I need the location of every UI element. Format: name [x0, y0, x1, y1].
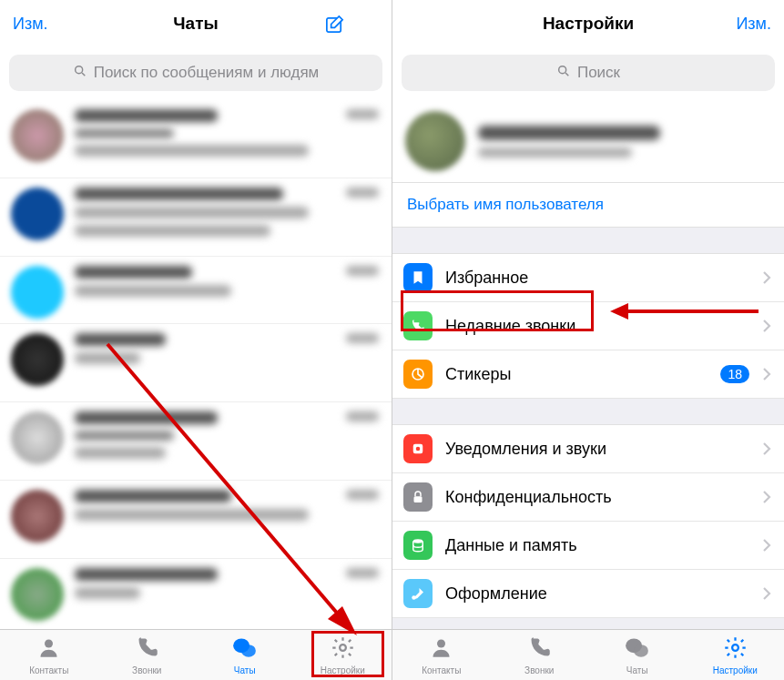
tab-settings[interactable]: Настройки [687, 630, 785, 680]
profile-phone [478, 147, 632, 157]
tab-bar: Контакты Звонки Чаты Настройки [0, 629, 392, 680]
tab-calls[interactable]: Звонки [491, 630, 589, 680]
avatar [11, 188, 64, 240]
svg-point-12 [412, 595, 416, 600]
avatar [11, 333, 64, 386]
compose-icon [324, 14, 379, 35]
phone-icon [135, 635, 159, 664]
bookmark-icon [403, 263, 433, 292]
svg-point-11 [413, 539, 423, 543]
chevron-right-icon [762, 586, 771, 601]
tab-bar: Контакты Звонки Чаты Настройки [392, 629, 784, 680]
tab-calls[interactable]: Звонки [98, 630, 197, 680]
chats-screen: Изм. Чаты Поиск по сообщениям и люд [0, 0, 392, 680]
cell-notifications[interactable]: Уведомления и звуки [392, 424, 784, 473]
tab-settings[interactable]: Настройки [294, 630, 392, 680]
avatar [11, 568, 64, 621]
avatar [11, 109, 64, 162]
tab-chats[interactable]: Чаты [196, 630, 294, 680]
chat-row[interactable] [0, 257, 392, 324]
contacts-icon [36, 635, 61, 664]
chat-row[interactable] [0, 178, 392, 257]
cell-label: Конфиденциальность [445, 488, 749, 507]
sticker-icon [403, 360, 433, 389]
brush-icon [403, 579, 433, 608]
phone-icon [527, 635, 552, 664]
svg-point-16 [732, 644, 738, 651]
tab-label: Звонки [524, 665, 554, 675]
chat-row[interactable] [0, 100, 392, 178]
badge: 18 [720, 365, 749, 383]
svg-rect-10 [414, 496, 423, 502]
search-placeholder: Поиск по сообщениям и людям [94, 64, 320, 82]
choose-username-link[interactable]: Выбрать имя пользователя [392, 183, 784, 228]
avatar [405, 111, 465, 171]
edit-button[interactable]: Изм. [13, 15, 67, 34]
tab-label: Настройки [713, 665, 758, 675]
cell-label: Уведомления и звуки [445, 440, 749, 459]
avatar [11, 411, 64, 464]
edit-button[interactable]: Изм. [717, 15, 771, 34]
svg-point-4 [241, 644, 256, 657]
settings-header: Настройки Изм. [392, 0, 784, 47]
gear-icon [723, 635, 748, 664]
chat-row[interactable] [0, 481, 392, 559]
tab-chats[interactable]: Чаты [588, 630, 687, 680]
chevron-right-icon [762, 441, 771, 456]
database-icon [403, 531, 433, 560]
compose-button[interactable] [324, 14, 379, 35]
search-icon [556, 64, 571, 83]
chevron-right-icon [762, 538, 771, 553]
chats-icon [232, 635, 257, 664]
svg-point-5 [340, 644, 346, 651]
cell-label: Избранное [445, 269, 749, 288]
svg-point-13 [437, 639, 445, 647]
svg-point-6 [559, 66, 566, 73]
tab-contacts[interactable]: Контакты [0, 630, 98, 680]
cell-appearance[interactable]: Оформление [392, 570, 784, 618]
chevron-right-icon [762, 270, 771, 285]
search-placeholder: Поиск [577, 64, 620, 82]
tab-label: Контакты [29, 665, 68, 675]
chat-row[interactable] [0, 559, 392, 629]
contacts-icon [429, 635, 453, 664]
chats-header: Изм. Чаты [0, 0, 392, 47]
chat-list [0, 100, 392, 629]
search-input[interactable]: Поиск по сообщениям и людям [9, 55, 382, 91]
cell-label: Данные и память [445, 536, 749, 555]
cell-data-storage[interactable]: Данные и память [392, 522, 784, 570]
tab-label: Контакты [422, 665, 461, 675]
cell-stickers[interactable]: Стикеры 18 [392, 350, 784, 399]
avatar [11, 266, 64, 319]
lock-icon [403, 482, 433, 512]
svg-point-2 [45, 639, 53, 647]
tab-contacts[interactable]: Контакты [392, 630, 491, 680]
tab-label: Настройки [321, 665, 365, 675]
chevron-right-icon [762, 367, 771, 381]
search-icon [73, 64, 87, 83]
settings-list: Выбрать имя пользователя Избранное Недав… [392, 100, 784, 629]
chat-row[interactable] [0, 402, 392, 481]
cell-favorites[interactable]: Избранное [392, 253, 784, 302]
search-input[interactable]: Поиск [402, 55, 775, 91]
svg-point-9 [416, 447, 421, 452]
chevron-right-icon [762, 319, 771, 333]
cell-label: Недавние звонки [445, 317, 749, 336]
chevron-right-icon [762, 490, 771, 504]
settings-screen: Настройки Изм. Поиск [392, 0, 784, 680]
profile-name [478, 126, 660, 140]
chats-icon [625, 635, 649, 664]
tab-label: Звонки [132, 665, 161, 675]
phone-icon [403, 311, 433, 340]
cell-label: Стикеры [445, 365, 708, 384]
cell-recent-calls[interactable]: Недавние звонки [392, 302, 784, 350]
svg-point-15 [634, 644, 648, 657]
cell-label: Оформление [445, 584, 749, 604]
svg-point-1 [75, 66, 82, 73]
bell-icon [403, 434, 433, 463]
tab-label: Чаты [234, 665, 256, 675]
chat-row[interactable] [0, 324, 392, 402]
profile-row[interactable] [392, 100, 784, 183]
avatar [11, 490, 64, 543]
cell-privacy[interactable]: Конфиденциальность [392, 473, 784, 522]
